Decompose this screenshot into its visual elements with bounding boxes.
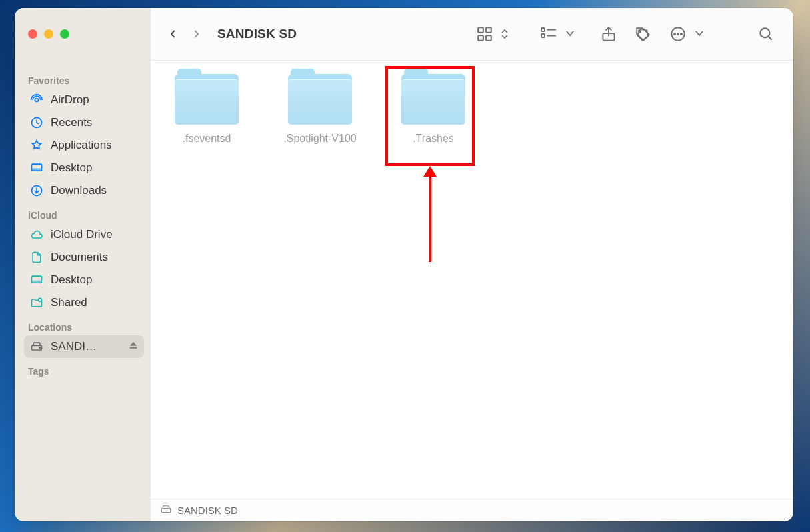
svg-point-13 xyxy=(681,33,682,35)
content-area: .fseventsd .Spotlight-V100 .Trashes xyxy=(151,61,793,521)
sidebar-item-label: Desktop xyxy=(51,161,92,175)
finder-window: SANDISK SD xyxy=(15,8,793,521)
sidebar-item-label: SANDI… xyxy=(51,340,97,353)
svg-rect-2 xyxy=(478,35,483,41)
share-icon xyxy=(600,25,617,43)
sidebar-item-icloud-desktop[interactable]: Desktop xyxy=(24,269,144,291)
airdrop-icon xyxy=(29,93,44,107)
document-icon xyxy=(29,250,44,265)
sidebar-section-tags: Tags xyxy=(24,358,144,379)
shared-folder-icon xyxy=(29,295,44,310)
fullscreen-window-button[interactable] xyxy=(60,29,69,39)
sidebar: Favorites AirDrop Recents Applications D… xyxy=(15,61,151,521)
back-button[interactable] xyxy=(165,27,180,41)
toolbar: SANDISK SD xyxy=(15,8,793,61)
desktop-icon xyxy=(29,161,44,175)
window-title: SANDISK SD xyxy=(217,27,297,41)
cloud-icon xyxy=(29,227,44,242)
external-disk-icon xyxy=(29,339,44,354)
sidebar-item-label: Recents xyxy=(51,116,92,129)
forward-button[interactable] xyxy=(189,27,204,41)
sidebar-section-favorites: Favorites xyxy=(24,67,144,89)
search-icon xyxy=(757,25,775,43)
window-body: Favorites AirDrop Recents Applications D… xyxy=(15,61,793,521)
svg-rect-3 xyxy=(486,35,491,41)
svg-point-24 xyxy=(39,298,42,301)
sidebar-item-applications[interactable]: Applications xyxy=(24,134,144,157)
downloads-icon xyxy=(29,183,44,198)
more-icon xyxy=(665,25,691,43)
svg-rect-1 xyxy=(486,27,491,33)
view-mode-button[interactable] xyxy=(472,25,508,43)
disk-icon xyxy=(160,503,172,517)
file-label: .Spotlight-V100 xyxy=(283,133,356,145)
sidebar-item-sandisk[interactable]: SANDI… xyxy=(24,335,144,358)
sidebar-item-label: Shared xyxy=(51,296,87,309)
desktop-icon xyxy=(29,273,44,287)
annotation-highlight-box xyxy=(385,66,475,166)
grid-icon xyxy=(472,25,497,43)
search-button[interactable] xyxy=(753,25,779,43)
sidebar-section-icloud: iCloud xyxy=(24,202,144,223)
sidebar-item-label: iCloud Drive xyxy=(51,228,113,241)
toolbar-right: SANDISK SD xyxy=(151,8,793,60)
chevron-down-icon xyxy=(695,28,704,40)
clock-icon xyxy=(29,115,44,130)
sidebar-section-locations: Locations xyxy=(24,314,144,335)
traffic-lights xyxy=(28,29,69,39)
status-path: SANDISK SD xyxy=(177,505,238,516)
svg-point-11 xyxy=(674,33,675,35)
share-button[interactable] xyxy=(596,25,621,43)
tag-icon xyxy=(635,25,652,43)
group-by-button[interactable] xyxy=(536,25,575,43)
svg-line-15 xyxy=(768,36,771,39)
svg-rect-22 xyxy=(32,276,42,283)
file-grid[interactable]: .fseventsd .Spotlight-V100 .Trashes xyxy=(151,61,793,499)
folder-icon xyxy=(288,74,352,125)
status-bar: SANDISK SD xyxy=(151,499,793,521)
tags-button[interactable] xyxy=(631,25,656,43)
close-window-button[interactable] xyxy=(28,29,37,39)
action-menu-button[interactable] xyxy=(665,25,704,43)
sidebar-item-shared[interactable]: Shared xyxy=(24,291,144,314)
annotation-arrow xyxy=(429,175,431,262)
svg-point-26 xyxy=(39,347,41,349)
svg-point-12 xyxy=(677,33,679,35)
sidebar-item-downloads[interactable]: Downloads xyxy=(24,179,144,202)
sidebar-item-label: Downloads xyxy=(51,184,107,197)
titlebar-controls xyxy=(15,8,151,60)
sidebar-item-airdrop[interactable]: AirDrop xyxy=(24,89,144,111)
chevron-down-icon xyxy=(565,28,575,40)
svg-point-16 xyxy=(35,99,39,102)
sidebar-item-label: Desktop xyxy=(51,273,92,287)
svg-rect-5 xyxy=(541,34,545,37)
sidebar-item-documents[interactable]: Documents xyxy=(24,246,144,269)
sidebar-item-label: Documents xyxy=(51,251,108,264)
sidebar-item-desktop[interactable]: Desktop xyxy=(24,157,144,179)
folder-icon xyxy=(175,74,239,125)
sidebar-item-label: Applications xyxy=(51,139,112,152)
svg-rect-0 xyxy=(478,27,483,33)
minimize-window-button[interactable] xyxy=(44,29,53,39)
sidebar-item-label: AirDrop xyxy=(51,93,89,107)
file-label: .fseventsd xyxy=(183,133,231,145)
sidebar-item-icloud-drive[interactable]: iCloud Drive xyxy=(24,223,144,246)
svg-rect-28 xyxy=(161,509,171,513)
group-icon xyxy=(536,25,561,43)
sidebar-item-recents[interactable]: Recents xyxy=(24,111,144,134)
svg-point-14 xyxy=(760,28,769,37)
folder-item-fseventsd[interactable]: .fseventsd xyxy=(167,74,247,145)
svg-rect-4 xyxy=(541,28,545,31)
eject-button[interactable] xyxy=(128,340,139,354)
chevron-updown-icon xyxy=(501,29,508,39)
applications-icon xyxy=(29,138,44,153)
svg-rect-27 xyxy=(130,347,137,348)
svg-rect-18 xyxy=(32,164,42,171)
folder-item-spotlight[interactable]: .Spotlight-V100 xyxy=(280,74,360,145)
